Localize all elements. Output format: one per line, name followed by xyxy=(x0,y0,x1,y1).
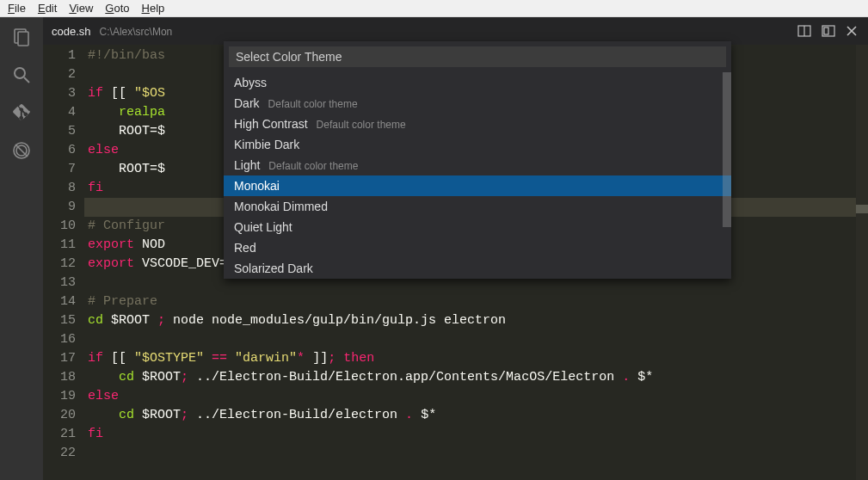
palette-item-label: Kimbie Dark xyxy=(234,138,299,151)
palette-item-dark[interactable]: DarkDefault color theme xyxy=(224,93,731,114)
editor: code.sh C:\Alex\src\Mon 1234567891011121… xyxy=(43,17,868,480)
files-icon[interactable] xyxy=(10,26,33,48)
line-number: 11 xyxy=(43,236,76,255)
palette-item-label: Red xyxy=(234,241,256,255)
svg-line-6 xyxy=(15,145,28,157)
line-number: 14 xyxy=(43,292,76,311)
palette-item-label: Solarized Dark xyxy=(234,262,313,275)
menu-view[interactable]: View xyxy=(63,1,99,15)
tab-path: C:\Alex\src\Mon xyxy=(100,26,173,38)
palette-item-monokai-dimmed[interactable]: Monokai Dimmed xyxy=(224,196,731,217)
line-number: 7 xyxy=(43,160,76,179)
palette-item-quiet-light[interactable]: Quiet Light xyxy=(224,217,731,237)
code-line[interactable] xyxy=(84,330,856,349)
line-number: 15 xyxy=(43,311,76,330)
palette-item-monokai[interactable]: Monokai xyxy=(224,175,731,196)
palette-item-subtitle: Default color theme xyxy=(268,160,358,172)
line-number: 22 xyxy=(43,444,76,463)
close-icon[interactable] xyxy=(846,25,858,37)
line-number: 9 xyxy=(43,198,76,217)
line-number: 12 xyxy=(43,255,76,274)
palette-item-label: Light xyxy=(234,158,260,172)
overview-mark xyxy=(856,205,868,213)
git-icon[interactable] xyxy=(10,102,33,124)
svg-point-2 xyxy=(15,68,25,78)
palette-item-label: Quiet Light xyxy=(234,220,292,234)
palette-item-subtitle: Default color theme xyxy=(268,98,358,110)
line-number: 2 xyxy=(43,65,76,84)
palette-scrollbar-thumb[interactable] xyxy=(723,72,731,227)
line-number: 5 xyxy=(43,122,76,141)
line-number: 18 xyxy=(43,368,76,387)
command-palette: Select Color Theme AbyssDarkDefault colo… xyxy=(224,41,731,279)
palette-item-label: Abyss xyxy=(234,76,267,89)
palette-item-kimbie-dark[interactable]: Kimbie Dark xyxy=(224,134,731,155)
line-number: 3 xyxy=(43,84,76,103)
search-icon[interactable] xyxy=(10,64,33,86)
line-number: 16 xyxy=(43,330,76,349)
activity-bar xyxy=(0,17,43,480)
palette-placeholder: Select Color Theme xyxy=(236,50,342,64)
line-number: 4 xyxy=(43,103,76,122)
menu-help[interactable]: Help xyxy=(136,1,171,15)
line-number: 17 xyxy=(43,349,76,368)
split-editor-icon[interactable] xyxy=(797,24,811,38)
menu-file[interactable]: File xyxy=(2,1,32,15)
palette-item-subtitle: Default color theme xyxy=(317,119,406,131)
code-line[interactable]: else xyxy=(84,387,856,406)
palette-item-label: Monokai xyxy=(234,179,280,193)
more-icon[interactable] xyxy=(822,24,835,38)
code-line[interactable]: cd $ROOT; ../Electron-Build/Electron.app… xyxy=(84,368,856,387)
code-line[interactable]: if [[ "$OSTYPE" == "darwin"* ]]; then xyxy=(84,349,856,368)
tab[interactable]: code.sh C:\Alex\src\Mon xyxy=(52,25,172,38)
line-number: 10 xyxy=(43,217,76,236)
line-number: 19 xyxy=(43,387,76,406)
debug-icon[interactable] xyxy=(10,139,33,162)
tab-title: code.sh xyxy=(52,25,91,38)
line-number: 13 xyxy=(43,274,76,292)
palette-input[interactable]: Select Color Theme xyxy=(229,46,726,67)
gutter: 12345678910111213141516171819202122 xyxy=(43,46,84,480)
palette-item-label: Dark xyxy=(234,96,260,110)
line-number: 8 xyxy=(43,179,76,198)
palette-item-high-contrast[interactable]: High ContrastDefault color theme xyxy=(224,114,731,134)
palette-item-label: High Contrast xyxy=(234,117,308,131)
code-line[interactable]: cd $ROOT; ../Electron-Build/electron . $… xyxy=(84,406,856,425)
overview-ruler[interactable] xyxy=(856,45,868,480)
palette-item-label: Monokai Dimmed xyxy=(234,200,328,213)
svg-line-3 xyxy=(24,77,29,83)
palette-item-red[interactable]: Red xyxy=(224,237,731,258)
menu-edit[interactable]: Edit xyxy=(32,1,63,15)
menu-goto[interactable]: Goto xyxy=(99,1,135,15)
palette-item-light[interactable]: LightDefault color theme xyxy=(224,155,731,175)
palette-item-abyss[interactable]: Abyss xyxy=(224,72,731,93)
line-number: 20 xyxy=(43,406,76,425)
line-number: 6 xyxy=(43,141,76,160)
palette-list: AbyssDarkDefault color themeHigh Contras… xyxy=(224,72,731,279)
code-line[interactable]: fi xyxy=(84,425,856,444)
main-area: code.sh C:\Alex\src\Mon 1234567891011121… xyxy=(0,17,868,480)
code-line[interactable] xyxy=(84,444,856,463)
code-line[interactable]: cd $ROOT ; node node_modules/gulp/bin/gu… xyxy=(84,311,856,330)
palette-item-solarized-dark[interactable]: Solarized Dark xyxy=(224,258,731,279)
line-number: 21 xyxy=(43,425,76,444)
svg-rect-10 xyxy=(824,28,828,34)
tab-actions xyxy=(797,24,868,38)
palette-scrollbar[interactable] xyxy=(723,72,731,279)
line-number: 1 xyxy=(43,46,76,65)
menubar: File Edit View Goto Help xyxy=(0,0,868,17)
code-line[interactable]: # Prepare xyxy=(84,292,856,311)
svg-rect-1 xyxy=(18,32,28,46)
